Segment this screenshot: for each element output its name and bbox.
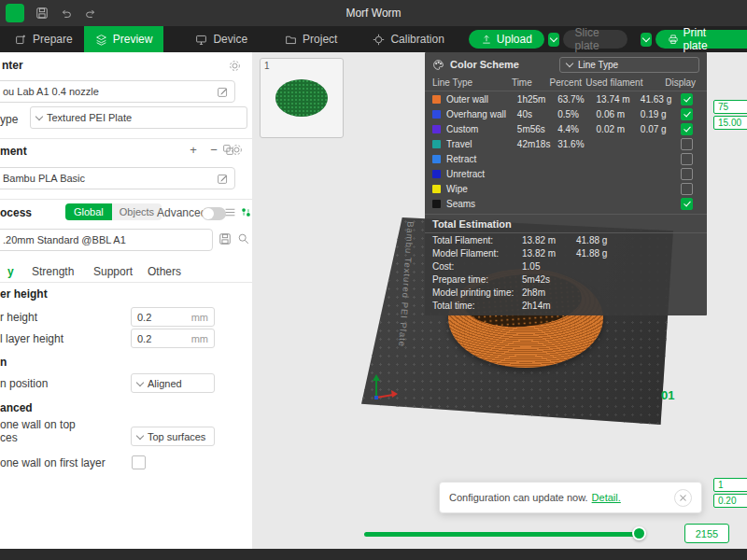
printer-settings-gear-icon[interactable] — [229, 60, 241, 72]
tab-preview-label: Preview — [113, 33, 153, 46]
line-type-time: 1h25m — [517, 94, 557, 105]
printer-name: ou Lab A1 0.4 nozzle — [3, 86, 217, 97]
undo-icon[interactable] — [60, 7, 73, 20]
layer-height-section-label: er height — [0, 287, 48, 301]
estimation-row: Cost:1.05 — [425, 259, 707, 273]
upload-button-label: Upload — [497, 33, 532, 46]
line-type-weight: 0.07 g — [641, 124, 681, 134]
estimation-value: 13.82 m — [522, 235, 576, 245]
scope-objects[interactable]: Objects — [112, 203, 162, 220]
project-folder-icon — [285, 34, 297, 46]
view-mode-value: Line Type — [578, 60, 618, 70]
upload-options-chevron-button[interactable] — [548, 33, 559, 47]
layer-slider-bottom-badges[interactable]: 1 0.20 — [713, 478, 747, 510]
legend-row: Overhang wall40s0.5%0.06 m0.19 g — [425, 106, 707, 121]
display-checkbox[interactable] — [681, 123, 693, 135]
display-checkbox[interactable] — [681, 108, 693, 120]
print-options-chevron-button[interactable] — [641, 33, 652, 47]
status-bar — [0, 549, 747, 560]
display-checkbox[interactable] — [681, 183, 693, 195]
param-tab-others[interactable]: Others — [148, 265, 181, 278]
move-slider-handle[interactable] — [632, 526, 646, 540]
line-type-name: Overhang wall — [446, 109, 517, 119]
chevron-down-icon — [136, 378, 144, 385]
display-checkbox[interactable] — [681, 138, 693, 150]
param-tab-support[interactable]: Support — [93, 265, 133, 278]
line-type-time: 5m56s — [517, 124, 557, 134]
display-checkbox[interactable] — [681, 153, 693, 165]
estimation-row: Prepare time:5m42s — [425, 273, 707, 286]
one-wall-top-label-line2: ces — [0, 431, 18, 444]
add-filament-button[interactable]: + — [186, 142, 201, 157]
chevron-down-icon — [35, 113, 43, 120]
process-compare-icon[interactable] — [240, 206, 252, 218]
parameter-list-icon[interactable] — [224, 206, 236, 218]
param-tab-quality[interactable]: y — [7, 265, 14, 278]
display-checkbox[interactable] — [681, 93, 693, 105]
line-type-percent: 31.6% — [557, 139, 596, 149]
app-logo-icon — [6, 4, 24, 22]
printer-section-label: nter — [2, 59, 23, 72]
one-wall-top-select[interactable]: Top surfaces — [131, 427, 215, 446]
layer-slider-top-badges[interactable]: 75 15.00 — [713, 100, 747, 132]
thumbnail-model-preview — [275, 79, 328, 117]
initial-layer-height-input[interactable]: 0.2 mm — [131, 329, 215, 348]
view-mode-select[interactable]: Line Type — [559, 57, 699, 73]
plate-type-select[interactable]: Textured PEI Plate — [30, 106, 247, 129]
edit-filament-icon[interactable] — [217, 173, 229, 185]
filament-settings-gear-icon[interactable] — [231, 144, 243, 156]
seam-section-label: n — [0, 356, 7, 369]
process-preset-select[interactable]: .20mm Standard @BBL A1 — [0, 229, 213, 251]
printer-select[interactable]: ou Lab A1 0.4 nozzle — [0, 80, 235, 103]
display-checkbox[interactable] — [681, 198, 693, 210]
move-slider-track[interactable] — [364, 532, 642, 537]
legend-row: Retract — [425, 151, 707, 166]
seam-position-select[interactable]: Aligned — [131, 373, 215, 393]
plate-thumbnail-number: 1 — [264, 61, 270, 71]
redo-icon[interactable] — [84, 7, 97, 20]
save-icon[interactable] — [35, 7, 49, 20]
edit-printer-icon[interactable] — [217, 86, 229, 98]
line-type-weight: 0.19 g — [641, 109, 681, 119]
estimation-value2 — [576, 261, 699, 272]
app-window: Morf Worm Prepare Preview Device Project… — [0, 0, 747, 560]
param-tab-strength[interactable]: Strength — [32, 265, 74, 278]
toast-detail-link[interactable]: Detail. — [592, 492, 621, 503]
process-scope-toggle[interactable]: Global Objects — [65, 203, 162, 220]
plate-type-label: ype — [0, 113, 18, 126]
filament-select[interactable]: Bambu PLA Basic — [0, 167, 235, 189]
upload-button[interactable]: Upload — [469, 30, 544, 49]
tab-preview[interactable]: Preview — [84, 26, 164, 52]
plate-number-label[interactable]: 01 — [661, 388, 674, 402]
scope-global[interactable]: Global — [65, 203, 112, 220]
initial-layer-height-label: l layer height — [0, 332, 63, 345]
total-estimation: Total Estimation Total Filament:13.82 m4… — [425, 214, 707, 312]
advanced-toggle-switch[interactable] — [202, 207, 226, 220]
line-type-length: 0.06 m — [597, 109, 641, 119]
estimation-rows: Total Filament:13.82 m41.88 gModel Filam… — [425, 233, 707, 312]
save-preset-icon[interactable] — [218, 232, 232, 245]
one-wall-first-layer-checkbox[interactable] — [132, 455, 146, 469]
display-checkbox[interactable] — [681, 168, 693, 180]
remove-filament-button[interactable]: − — [206, 142, 221, 157]
slice-plate-button[interactable]: Slice plate — [563, 30, 627, 49]
toast-close-button[interactable] — [674, 489, 692, 507]
viewport-3d[interactable]: 1 Bambu Textured PEI Plate 01 Color Sche… — [252, 52, 747, 549]
plate-type-value: Textured PEI Plate — [47, 112, 132, 123]
print-plate-label: Print plate — [684, 26, 719, 52]
line-type-name: Unretract — [446, 169, 517, 179]
tab-prepare[interactable]: Prepare — [4, 26, 84, 52]
estimation-label: Total time: — [432, 301, 522, 311]
estimation-value: 5m42s — [522, 274, 576, 285]
tab-prepare-label: Prepare — [33, 33, 73, 46]
print-plate-button[interactable]: Print plate — [655, 30, 747, 49]
plate-thumbnail[interactable]: 1 — [260, 58, 344, 138]
line-type-length: 0.02 m — [597, 124, 641, 134]
search-preset-icon[interactable] — [237, 232, 250, 245]
layer-height-input[interactable]: 0.2 mm — [131, 307, 215, 327]
tab-calibration[interactable]: Calibration — [361, 26, 455, 52]
window-title: Morf Worm — [0, 7, 747, 20]
top-layer-number-badge: 75 — [713, 100, 747, 114]
tab-project[interactable]: Project — [274, 26, 348, 52]
tab-device[interactable]: Device — [184, 26, 259, 52]
